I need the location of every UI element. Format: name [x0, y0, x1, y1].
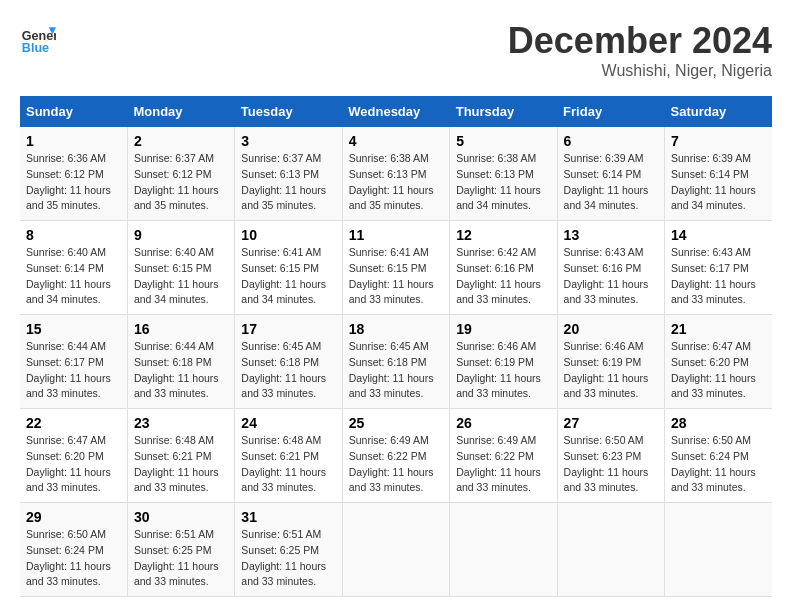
- calendar-day-cell: 3Sunrise: 6:37 AMSunset: 6:13 PMDaylight…: [235, 127, 342, 221]
- calendar-day-cell: 28Sunrise: 6:50 AMSunset: 6:24 PMDayligh…: [665, 409, 772, 503]
- weekday-header: Wednesday: [342, 96, 449, 127]
- calendar-day-cell: 15Sunrise: 6:44 AMSunset: 6:17 PMDayligh…: [20, 315, 127, 409]
- day-info: Sunrise: 6:39 AMSunset: 6:14 PMDaylight:…: [564, 151, 658, 214]
- weekday-header-row: SundayMondayTuesdayWednesdayThursdayFrid…: [20, 96, 772, 127]
- weekday-header: Friday: [557, 96, 664, 127]
- day-info: Sunrise: 6:41 AMSunset: 6:15 PMDaylight:…: [241, 245, 335, 308]
- day-number: 24: [241, 415, 335, 431]
- day-number: 6: [564, 133, 658, 149]
- calendar-day-cell: 29Sunrise: 6:50 AMSunset: 6:24 PMDayligh…: [20, 503, 127, 597]
- day-number: 16: [134, 321, 228, 337]
- calendar-day-cell: 24Sunrise: 6:48 AMSunset: 6:21 PMDayligh…: [235, 409, 342, 503]
- calendar-day-cell: 30Sunrise: 6:51 AMSunset: 6:25 PMDayligh…: [127, 503, 234, 597]
- day-info: Sunrise: 6:46 AMSunset: 6:19 PMDaylight:…: [564, 339, 658, 402]
- calendar-day-cell: [450, 503, 557, 597]
- calendar-day-cell: 11Sunrise: 6:41 AMSunset: 6:15 PMDayligh…: [342, 221, 449, 315]
- calendar-day-cell: 22Sunrise: 6:47 AMSunset: 6:20 PMDayligh…: [20, 409, 127, 503]
- calendar-day-cell: 14Sunrise: 6:43 AMSunset: 6:17 PMDayligh…: [665, 221, 772, 315]
- day-number: 31: [241, 509, 335, 525]
- day-info: Sunrise: 6:49 AMSunset: 6:22 PMDaylight:…: [456, 433, 550, 496]
- day-info: Sunrise: 6:47 AMSunset: 6:20 PMDaylight:…: [671, 339, 766, 402]
- day-info: Sunrise: 6:40 AMSunset: 6:14 PMDaylight:…: [26, 245, 121, 308]
- weekday-header: Saturday: [665, 96, 772, 127]
- day-number: 12: [456, 227, 550, 243]
- calendar-day-cell: 13Sunrise: 6:43 AMSunset: 6:16 PMDayligh…: [557, 221, 664, 315]
- calendar-day-cell: 25Sunrise: 6:49 AMSunset: 6:22 PMDayligh…: [342, 409, 449, 503]
- calendar-week-row: 1Sunrise: 6:36 AMSunset: 6:12 PMDaylight…: [20, 127, 772, 221]
- day-number: 21: [671, 321, 766, 337]
- day-info: Sunrise: 6:48 AMSunset: 6:21 PMDaylight:…: [134, 433, 228, 496]
- day-number: 25: [349, 415, 443, 431]
- day-info: Sunrise: 6:38 AMSunset: 6:13 PMDaylight:…: [456, 151, 550, 214]
- logo-icon: General Blue: [20, 20, 56, 56]
- day-info: Sunrise: 6:38 AMSunset: 6:13 PMDaylight:…: [349, 151, 443, 214]
- weekday-header: Sunday: [20, 96, 127, 127]
- day-number: 15: [26, 321, 121, 337]
- day-info: Sunrise: 6:46 AMSunset: 6:19 PMDaylight:…: [456, 339, 550, 402]
- day-number: 22: [26, 415, 121, 431]
- month-title: December 2024: [508, 20, 772, 62]
- weekday-header: Tuesday: [235, 96, 342, 127]
- day-number: 11: [349, 227, 443, 243]
- calendar-day-cell: 23Sunrise: 6:48 AMSunset: 6:21 PMDayligh…: [127, 409, 234, 503]
- day-info: Sunrise: 6:44 AMSunset: 6:18 PMDaylight:…: [134, 339, 228, 402]
- calendar-week-row: 29Sunrise: 6:50 AMSunset: 6:24 PMDayligh…: [20, 503, 772, 597]
- page-header: General Blue December 2024 Wushishi, Nig…: [20, 20, 772, 80]
- calendar-day-cell: 20Sunrise: 6:46 AMSunset: 6:19 PMDayligh…: [557, 315, 664, 409]
- day-number: 5: [456, 133, 550, 149]
- calendar-day-cell: [665, 503, 772, 597]
- calendar-day-cell: 4Sunrise: 6:38 AMSunset: 6:13 PMDaylight…: [342, 127, 449, 221]
- day-info: Sunrise: 6:45 AMSunset: 6:18 PMDaylight:…: [241, 339, 335, 402]
- calendar-day-cell: 18Sunrise: 6:45 AMSunset: 6:18 PMDayligh…: [342, 315, 449, 409]
- day-info: Sunrise: 6:47 AMSunset: 6:20 PMDaylight:…: [26, 433, 121, 496]
- calendar-day-cell: 21Sunrise: 6:47 AMSunset: 6:20 PMDayligh…: [665, 315, 772, 409]
- day-info: Sunrise: 6:48 AMSunset: 6:21 PMDaylight:…: [241, 433, 335, 496]
- day-info: Sunrise: 6:45 AMSunset: 6:18 PMDaylight:…: [349, 339, 443, 402]
- calendar-week-row: 8Sunrise: 6:40 AMSunset: 6:14 PMDaylight…: [20, 221, 772, 315]
- day-info: Sunrise: 6:51 AMSunset: 6:25 PMDaylight:…: [241, 527, 335, 590]
- calendar-day-cell: 16Sunrise: 6:44 AMSunset: 6:18 PMDayligh…: [127, 315, 234, 409]
- day-info: Sunrise: 6:49 AMSunset: 6:22 PMDaylight:…: [349, 433, 443, 496]
- day-info: Sunrise: 6:36 AMSunset: 6:12 PMDaylight:…: [26, 151, 121, 214]
- day-number: 26: [456, 415, 550, 431]
- day-number: 20: [564, 321, 658, 337]
- location-subtitle: Wushishi, Niger, Nigeria: [508, 62, 772, 80]
- calendar-day-cell: [557, 503, 664, 597]
- logo: General Blue: [20, 20, 56, 56]
- day-number: 23: [134, 415, 228, 431]
- calendar-day-cell: 8Sunrise: 6:40 AMSunset: 6:14 PMDaylight…: [20, 221, 127, 315]
- weekday-header: Thursday: [450, 96, 557, 127]
- day-info: Sunrise: 6:37 AMSunset: 6:12 PMDaylight:…: [134, 151, 228, 214]
- day-number: 27: [564, 415, 658, 431]
- day-number: 13: [564, 227, 658, 243]
- day-info: Sunrise: 6:39 AMSunset: 6:14 PMDaylight:…: [671, 151, 766, 214]
- day-info: Sunrise: 6:51 AMSunset: 6:25 PMDaylight:…: [134, 527, 228, 590]
- day-number: 7: [671, 133, 766, 149]
- calendar-day-cell: 26Sunrise: 6:49 AMSunset: 6:22 PMDayligh…: [450, 409, 557, 503]
- day-info: Sunrise: 6:43 AMSunset: 6:17 PMDaylight:…: [671, 245, 766, 308]
- day-number: 17: [241, 321, 335, 337]
- svg-text:Blue: Blue: [22, 41, 49, 55]
- calendar-week-row: 22Sunrise: 6:47 AMSunset: 6:20 PMDayligh…: [20, 409, 772, 503]
- calendar-day-cell: 31Sunrise: 6:51 AMSunset: 6:25 PMDayligh…: [235, 503, 342, 597]
- day-number: 2: [134, 133, 228, 149]
- calendar-day-cell: 1Sunrise: 6:36 AMSunset: 6:12 PMDaylight…: [20, 127, 127, 221]
- calendar-week-row: 15Sunrise: 6:44 AMSunset: 6:17 PMDayligh…: [20, 315, 772, 409]
- day-number: 1: [26, 133, 121, 149]
- day-info: Sunrise: 6:40 AMSunset: 6:15 PMDaylight:…: [134, 245, 228, 308]
- day-info: Sunrise: 6:50 AMSunset: 6:24 PMDaylight:…: [671, 433, 766, 496]
- calendar-day-cell: 17Sunrise: 6:45 AMSunset: 6:18 PMDayligh…: [235, 315, 342, 409]
- calendar-day-cell: 19Sunrise: 6:46 AMSunset: 6:19 PMDayligh…: [450, 315, 557, 409]
- day-info: Sunrise: 6:50 AMSunset: 6:23 PMDaylight:…: [564, 433, 658, 496]
- calendar-day-cell: 6Sunrise: 6:39 AMSunset: 6:14 PMDaylight…: [557, 127, 664, 221]
- day-info: Sunrise: 6:41 AMSunset: 6:15 PMDaylight:…: [349, 245, 443, 308]
- calendar-day-cell: [342, 503, 449, 597]
- calendar-day-cell: 12Sunrise: 6:42 AMSunset: 6:16 PMDayligh…: [450, 221, 557, 315]
- calendar-day-cell: 9Sunrise: 6:40 AMSunset: 6:15 PMDaylight…: [127, 221, 234, 315]
- day-info: Sunrise: 6:50 AMSunset: 6:24 PMDaylight:…: [26, 527, 121, 590]
- day-number: 29: [26, 509, 121, 525]
- calendar-table: SundayMondayTuesdayWednesdayThursdayFrid…: [20, 96, 772, 597]
- day-number: 9: [134, 227, 228, 243]
- day-number: 8: [26, 227, 121, 243]
- day-info: Sunrise: 6:43 AMSunset: 6:16 PMDaylight:…: [564, 245, 658, 308]
